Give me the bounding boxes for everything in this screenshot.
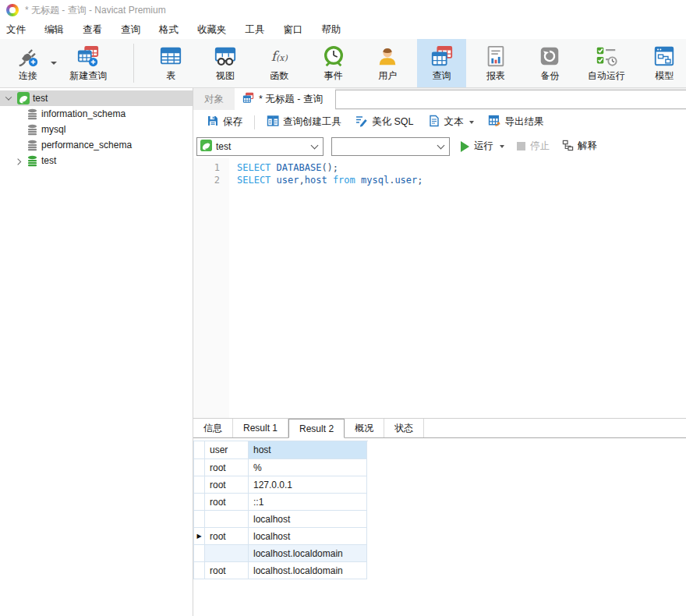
menu-help[interactable]: 帮助 [322,23,341,37]
explain-button[interactable]: 解释 [562,140,597,154]
event-button[interactable]: 事件 [309,39,358,87]
sidebar-item-label: mysql [41,124,65,135]
run-dropdown-caret[interactable] [500,145,504,148]
table-row[interactable]: localhost.localdomain [194,545,368,562]
cell-user[interactable] [205,511,249,528]
chevron-down-icon[interactable] [3,96,14,101]
sidebar-item-mysql-2[interactable]: mysql [0,122,193,137]
report-button[interactable]: 报表 [471,39,520,87]
menu-edit[interactable]: 编辑 [44,23,64,37]
text-view-button[interactable]: 文本 [421,110,481,134]
sql-code-area[interactable]: SELECT DATABASE();SELECT user,host from … [229,158,686,418]
query-builder-label: 查询创建工具 [283,115,341,129]
connection-button[interactable]: 连接 [5,39,51,87]
result-grid: userhostroot%root127.0.0.1root::1localho… [193,441,368,579]
cell-host[interactable]: localhost.localdomain [249,562,367,579]
menu-file[interactable]: 文件 [6,23,26,37]
cell-user[interactable]: root [205,476,249,494]
tab-objects[interactable]: 对象 [193,88,235,110]
table-row[interactable]: localhost [194,511,368,528]
cell-user[interactable]: root [205,562,249,579]
model-button[interactable]: 模型 [643,39,686,87]
query-builder-icon [267,115,279,129]
result-grid-wrap: userhostroot%root127.0.0.1root::1localho… [193,438,686,616]
tab-objects-label: 对象 [204,93,224,106]
cell-host[interactable]: ::1 [249,494,367,511]
cell-host[interactable]: 127.0.0.1 [249,476,367,494]
table-row[interactable]: root% [194,459,368,476]
cell-host[interactable]: localhost.localdomain [249,545,367,562]
alarm-clock-icon [322,44,345,69]
sql-editor[interactable]: 12 SELECT DATABASE();SELECT user,host fr… [193,158,686,418]
text-view-caret[interactable] [469,121,474,124]
connection-dropdown-caret[interactable] [51,62,57,65]
column-header-host[interactable]: host [249,441,367,459]
person-icon [376,44,399,69]
tab-result-1[interactable]: Result 1 [233,419,288,437]
cell-host[interactable]: localhost [249,528,367,545]
sidebar-item-information_schema-1[interactable]: information_schema [0,106,193,122]
menu-format[interactable]: 格式 [159,23,179,37]
sidebar-item-performance_schema-3[interactable]: performance_schema [0,137,193,153]
table-button[interactable]: 表 [147,39,196,87]
new-query-button[interactable]: 新建查询 [60,39,115,87]
cell-user[interactable] [205,545,249,562]
code-line[interactable]: SELECT user,host from mysql.user; [237,174,686,186]
beautify-sql-button[interactable]: 美化 SQL [348,110,421,134]
query-button[interactable]: 查询 [417,39,466,87]
menu-query[interactable]: 查询 [121,23,140,37]
menu-bar: 文件 编辑 查看 查询 格式 收藏夹 工具 窗口 帮助 [0,20,686,39]
sidebar-item-test-4[interactable]: test [0,153,193,168]
tab-result-2[interactable]: Result 2 [288,419,345,438]
sidebar-item-test-0[interactable]: test [0,90,193,106]
connection-select-value: test [216,141,231,152]
tab-query-active[interactable]: * 无标题 - 查询 [235,88,335,110]
query-tab-icon [242,92,254,106]
table-row[interactable]: root::1 [194,494,368,511]
menu-window[interactable]: 窗口 [284,23,303,37]
cell-user[interactable]: root [205,459,249,476]
user-button[interactable]: 用户 [362,39,412,87]
table-row[interactable]: root127.0.0.1 [194,476,368,494]
row-gutter-cell [194,459,205,476]
tab-profile-label: 概况 [355,422,373,435]
menu-tools[interactable]: 工具 [246,23,265,37]
connection-select-chevron-icon [311,141,319,149]
export-result-button[interactable]: 导出结果 [481,110,551,134]
query-builder-button[interactable]: 查询创建工具 [260,110,348,134]
run-button[interactable]: 运行 [461,140,504,153]
backup-button[interactable]: 备份 [525,39,575,87]
cell-host[interactable]: localhost [249,511,367,528]
explain-icon [562,140,574,154]
database-icon [27,155,38,167]
table-row[interactable]: rootlocalhost.localdomain [194,562,368,579]
save-button[interactable]: 保存 [200,110,249,134]
tab-status[interactable]: 状态 [384,419,424,437]
tab-bar-filler [335,90,686,109]
view-button[interactable]: 视图 [200,39,249,87]
database-select[interactable] [331,137,450,156]
tab-profile[interactable]: 概况 [345,419,384,437]
run-label: 运行 [474,140,493,153]
sidebar-item-label: test [41,155,56,166]
model-icon [652,44,676,69]
tab-info[interactable]: 信息 [193,419,233,437]
code-line[interactable]: SELECT DATABASE(); [237,161,686,174]
cell-user[interactable]: root [205,494,249,511]
column-header-user[interactable]: user [205,441,249,459]
cell-host[interactable]: % [249,459,367,476]
export-result-label: 导出结果 [505,115,544,129]
result-tab-bar: 信息 Result 1 Result 2 概况 状态 [193,419,686,438]
menu-view[interactable]: 查看 [83,23,102,37]
function-button[interactable]: f(x) 函数 [255,39,304,87]
connection-select[interactable]: test [196,137,324,156]
table-row[interactable]: ▶rootlocalhost [194,528,368,545]
window-title: * 无标题 - 查询 - Navicat Premium [25,4,166,17]
run-play-icon [461,141,469,152]
event-label: 事件 [324,69,343,83]
view-label: 视图 [216,69,235,83]
menu-favorites[interactable]: 收藏夹 [197,23,227,37]
cell-user[interactable]: root [205,528,249,545]
chevron-right-icon[interactable] [12,158,23,163]
automation-button[interactable]: 自动运行 [579,39,633,87]
